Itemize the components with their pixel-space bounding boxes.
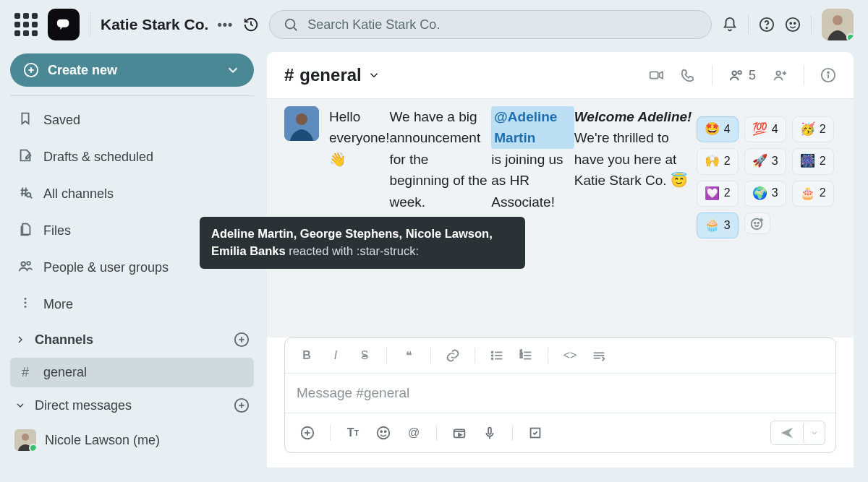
audio-clip-button[interactable] <box>477 422 502 444</box>
dm-section-header[interactable]: Direct messages <box>10 390 254 421</box>
text-format-button[interactable]: TT <box>341 422 365 444</box>
history-icon[interactable] <box>243 17 259 33</box>
search-placeholder: Search Katie Stark Co. <box>307 17 440 33</box>
reaction-chip[interactable]: 🎂2 <box>792 181 834 207</box>
strike-button[interactable]: S <box>353 345 376 366</box>
video-clip-button[interactable] <box>447 422 472 444</box>
chevron-down-icon <box>225 62 241 78</box>
nav-label: Saved <box>43 113 80 128</box>
ul-button[interactable] <box>485 345 509 366</box>
reaction-chip[interactable]: 🎆2 <box>792 148 834 174</box>
svg-point-35 <box>776 72 780 76</box>
mention-button[interactable]: @ <box>401 422 426 444</box>
link-button[interactable] <box>441 345 464 366</box>
chevron-down-icon <box>367 69 380 82</box>
dm-self[interactable]: Nicole Lawson (me) <box>10 423 254 457</box>
svg-point-21 <box>25 302 27 304</box>
search-box[interactable]: Search Katie Stark Co. <box>269 10 712 39</box>
hash-search-icon <box>17 184 33 204</box>
org-switcher[interactable]: Katie Stark Co. ••• <box>101 16 233 33</box>
svg-point-50 <box>492 358 493 360</box>
svg-point-0 <box>286 20 295 29</box>
reaction-chip[interactable]: 🧁3 <box>697 212 739 238</box>
nav-label: More <box>43 297 73 312</box>
reaction-tooltip: Adeline Martin, George Stephens, Nicole … <box>200 217 525 269</box>
svg-point-20 <box>25 298 27 300</box>
svg-point-34 <box>738 71 741 74</box>
svg-text:2: 2 <box>520 353 523 358</box>
people-icon <box>17 258 33 277</box>
member-count[interactable]: 5 <box>728 67 756 83</box>
chevron-right-icon <box>14 334 26 345</box>
message-avatar[interactable] <box>284 106 319 141</box>
bell-icon[interactable] <box>722 17 738 33</box>
divider <box>712 65 712 85</box>
reaction-chip[interactable]: 💟2 <box>697 181 739 207</box>
more-icon[interactable]: ••• <box>217 17 233 33</box>
info-icon[interactable] <box>820 67 836 83</box>
channel-title[interactable]: # general <box>284 65 380 85</box>
svg-point-5 <box>790 22 791 24</box>
dm-avatar <box>14 429 36 451</box>
files-icon <box>17 221 33 241</box>
create-new-button[interactable]: Create new <box>10 53 254 87</box>
divider <box>811 15 812 34</box>
apps-grid-icon[interactable] <box>14 13 38 36</box>
attach-button[interactable] <box>295 422 320 444</box>
chat-header: # general 5 <box>267 52 854 99</box>
reaction-chip[interactable]: 🥳2 <box>792 116 834 142</box>
svg-point-18 <box>22 262 26 267</box>
italic-button[interactable]: I <box>324 345 347 366</box>
reaction-chip[interactable]: 💯4 <box>744 116 786 142</box>
hash-icon: # <box>284 65 294 85</box>
shortcut-button[interactable] <box>523 422 548 444</box>
code-button[interactable]: <> <box>558 345 582 366</box>
mention[interactable]: @Adeline Martin <box>491 106 574 149</box>
svg-point-49 <box>492 355 493 356</box>
chevron-down-icon <box>14 400 26 411</box>
svg-point-44 <box>754 223 756 224</box>
svg-point-3 <box>766 27 767 28</box>
nav-more[interactable]: More <box>10 288 254 322</box>
send-button[interactable] <box>771 421 803 444</box>
codeblock-button[interactable] <box>587 345 610 366</box>
svg-point-6 <box>794 22 796 24</box>
add-reaction-button[interactable] <box>744 212 770 234</box>
add-dm-icon[interactable] <box>234 397 250 413</box>
composer-input[interactable]: Message #general <box>285 374 835 413</box>
user-avatar[interactable] <box>822 9 854 40</box>
emoji-picker-button[interactable] <box>371 422 396 444</box>
svg-point-67 <box>385 431 386 432</box>
add-person-icon[interactable] <box>772 67 788 83</box>
divider <box>90 12 90 37</box>
nav-saved[interactable]: Saved <box>10 103 254 137</box>
hash-icon: # <box>17 365 33 380</box>
emoji-icon[interactable] <box>785 17 801 33</box>
quote-button[interactable]: ❝ <box>397 345 420 366</box>
help-icon[interactable] <box>759 17 775 33</box>
reaction-chip[interactable]: 🌍3 <box>744 181 786 207</box>
channel-general[interactable]: #general <box>10 358 254 387</box>
app-logo[interactable] <box>48 9 80 40</box>
reaction-chip[interactable]: 🚀3 <box>744 148 786 174</box>
ol-button[interactable]: 12 <box>514 345 537 366</box>
channel-name: general <box>299 65 361 85</box>
message-line: Welcome Adeline! We're thrilled to have … <box>574 106 697 238</box>
reaction-chip[interactable]: 🤩4 <box>697 116 739 142</box>
nav-all-channels[interactable]: All channels <box>10 177 254 211</box>
phone-icon[interactable] <box>680 67 696 83</box>
bold-button[interactable]: B <box>295 345 318 366</box>
send-button-group <box>770 421 825 445</box>
send-options-button[interactable] <box>803 421 825 444</box>
channels-section-header[interactable]: Channels <box>10 324 254 355</box>
add-channel-icon[interactable] <box>234 332 250 348</box>
svg-point-45 <box>757 223 759 224</box>
video-icon[interactable] <box>648 67 664 83</box>
nav-drafts[interactable]: Drafts & scheduled <box>10 140 254 174</box>
svg-point-40 <box>827 72 829 73</box>
svg-rect-31 <box>650 72 658 78</box>
reaction-chip[interactable]: 🙌2 <box>697 148 739 174</box>
presence-indicator <box>846 33 854 40</box>
create-new-label: Create new <box>48 63 117 78</box>
divider <box>748 15 749 34</box>
